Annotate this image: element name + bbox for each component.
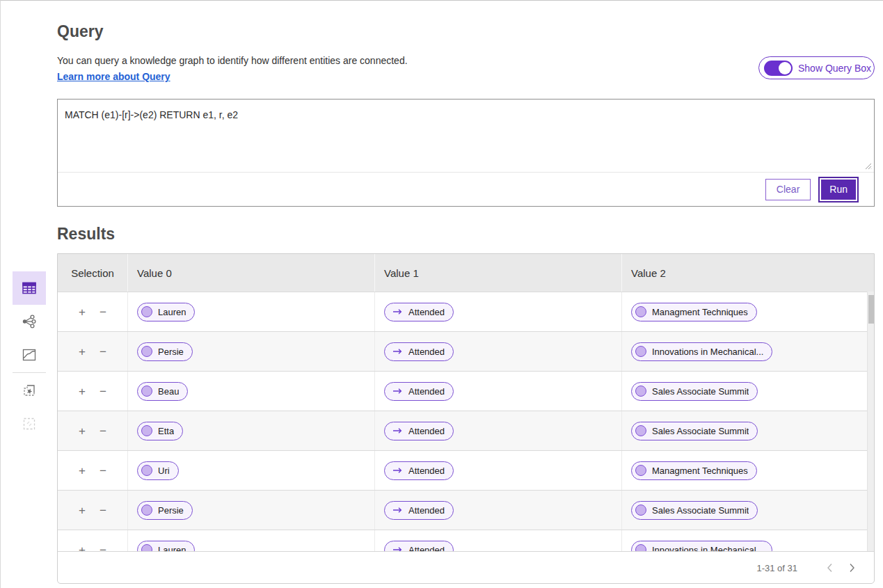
selection-cell: + −	[58, 530, 127, 551]
map-view-button[interactable]	[13, 338, 46, 372]
entity-node-icon	[141, 425, 152, 436]
query-textarea-wrap: MATCH (e1)-[r]->(e2) RETURN e1, r, e2	[58, 100, 874, 173]
link-chart-view-button[interactable]	[13, 305, 46, 338]
entity-pill[interactable]: Managment Techniques	[631, 461, 757, 480]
selection-marquee-icon	[22, 416, 37, 431]
next-page-button[interactable]	[841, 557, 863, 579]
remove-from-selection-button[interactable]: −	[98, 503, 108, 518]
entity-pill[interactable]: Sales Associate Summit	[631, 422, 758, 440]
scrollbar-thumb[interactable]	[868, 295, 874, 324]
entity-label: Managment Techniques	[652, 307, 748, 317]
add-to-selection-button[interactable]: +	[77, 424, 87, 438]
entity-pill[interactable]: Persie	[137, 501, 193, 520]
selection-cell: + −	[58, 411, 127, 450]
remove-from-selection-button[interactable]: −	[98, 384, 108, 399]
entity-node-icon	[141, 504, 152, 516]
entity-pill[interactable]: Innovations in Mechanical...	[631, 342, 772, 361]
table-row: + − Uri Attended Managment Techniques	[58, 450, 874, 490]
entity-pill[interactable]: Sales Associate Summit	[631, 382, 758, 401]
results-title: Results	[57, 225, 115, 244]
add-to-selection-button[interactable]: +	[77, 543, 87, 552]
toggle-switch-icon[interactable]	[764, 61, 793, 76]
entity-label: Lauren	[158, 545, 186, 552]
entity-pill[interactable]: Beau	[137, 382, 188, 401]
value2-cell: Innovations in Mechanical...	[621, 530, 868, 551]
entity-pill[interactable]: Persie	[137, 342, 193, 361]
query-input[interactable]: MATCH (e1)-[r]->(e2) RETURN e1, r, e2	[58, 100, 874, 172]
relationship-pill[interactable]: Attended	[384, 501, 454, 520]
previous-page-button[interactable]	[818, 557, 841, 579]
selection-cell: + −	[58, 292, 127, 331]
table-body: + − Lauren Attended Managment Techniques	[58, 292, 874, 551]
relationship-pill[interactable]: Attended	[384, 342, 454, 361]
show-query-box-toggle[interactable]: Show Query Box	[758, 56, 875, 79]
entity-label: Sales Associate Summit	[652, 505, 749, 516]
entity-pill[interactable]: Lauren	[137, 541, 195, 552]
selection-cell: + −	[58, 451, 127, 490]
entity-node-icon	[635, 306, 646, 317]
relationship-label: Attended	[408, 307, 445, 317]
relationship-pill[interactable]: Attended	[384, 541, 454, 552]
results-view-toolbar	[13, 271, 46, 440]
arrow-right-icon	[392, 546, 403, 551]
learn-more-link[interactable]: Learn more about Query	[57, 71, 170, 82]
entity-node-icon	[141, 306, 152, 317]
run-button[interactable]: Run	[820, 178, 857, 201]
value2-cell: Sales Associate Summit	[621, 491, 868, 530]
remove-from-selection-button[interactable]: −	[98, 543, 108, 552]
value1-cell: Attended	[374, 451, 621, 490]
vertical-scrollbar[interactable]	[867, 292, 874, 551]
entity-pill[interactable]: Sales Associate Summit	[631, 501, 758, 520]
add-to-selection-button[interactable]: +	[77, 344, 87, 359]
arrow-right-icon	[392, 348, 403, 355]
table-icon	[22, 280, 37, 296]
new-map-from-results-button[interactable]	[13, 374, 46, 407]
relationship-pill[interactable]: Attended	[384, 303, 454, 321]
table-header-row: Selection Value 0 Value 1 Value 2	[58, 254, 874, 292]
selection-cell: + −	[58, 491, 127, 530]
value1-cell: Attended	[374, 372, 621, 411]
remove-from-selection-button[interactable]: −	[98, 344, 108, 359]
entity-pill[interactable]: Managment Techniques	[631, 303, 757, 321]
resize-handle-icon[interactable]	[863, 161, 872, 170]
add-to-selection-button[interactable]: +	[77, 463, 87, 478]
value2-cell: Innovations in Mechanical...	[621, 332, 868, 371]
table-row: + − Persie Attended Sales Associate Summ…	[58, 490, 874, 530]
remove-from-selection-button[interactable]: −	[98, 463, 108, 478]
entity-label: Sales Associate Summit	[652, 426, 749, 436]
entity-node-icon	[141, 386, 152, 397]
table-row: + − Lauren Attended Managment Techniques	[58, 292, 874, 331]
entity-pill[interactable]: Uri	[137, 461, 179, 480]
table-view-button[interactable]	[13, 271, 46, 305]
value0-cell: Lauren	[127, 292, 374, 331]
value0-cell: Uri	[127, 451, 374, 490]
value1-cell: Attended	[374, 292, 621, 331]
relationship-pill[interactable]: Attended	[384, 382, 454, 401]
results-table-card: Selection Value 0 Value 1 Value 2 + − La…	[57, 253, 875, 584]
entity-label: Managment Techniques	[652, 466, 748, 476]
entity-pill[interactable]: Lauren	[137, 303, 195, 321]
entity-node-icon	[141, 544, 152, 551]
add-to-selection-button[interactable]: +	[77, 305, 87, 319]
entity-pill[interactable]: Innovations in Mechanical...	[631, 541, 772, 552]
column-header-value1: Value 1	[374, 254, 621, 292]
entity-node-icon	[141, 346, 152, 357]
entity-label: Sales Associate Summit	[652, 386, 749, 397]
relationship-pill[interactable]: Attended	[384, 461, 454, 480]
entity-label: Lauren	[158, 307, 186, 317]
column-header-value0: Value 0	[127, 254, 374, 292]
relationship-label: Attended	[408, 466, 445, 476]
query-editor-panel: MATCH (e1)-[r]->(e2) RETURN e1, r, e2 Cl…	[57, 99, 875, 207]
entity-pill[interactable]: Etta	[137, 422, 183, 440]
clear-button[interactable]: Clear	[765, 179, 811, 200]
arrow-right-icon	[392, 308, 403, 315]
add-to-selection-button[interactable]: +	[77, 503, 87, 518]
remove-from-selection-button[interactable]: −	[98, 305, 108, 319]
toggle-knob	[779, 62, 791, 74]
add-to-selection-button[interactable]: +	[77, 384, 87, 399]
entity-label: Persie	[158, 347, 184, 357]
remove-from-selection-button[interactable]: −	[98, 424, 108, 438]
entity-node-icon	[141, 465, 152, 476]
relationship-pill[interactable]: Attended	[384, 422, 454, 440]
entity-label: Persie	[158, 505, 184, 516]
